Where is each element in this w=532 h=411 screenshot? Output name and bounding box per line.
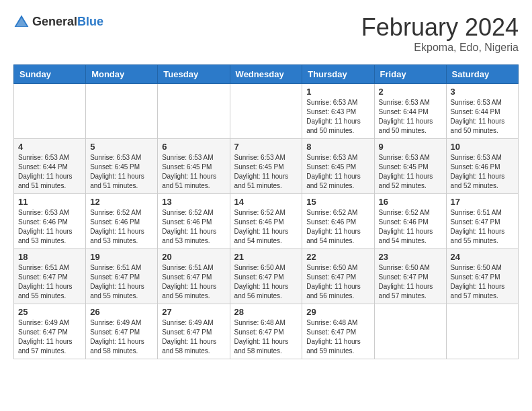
logo-text-blue: Blue <box>77 15 103 28</box>
day-number: 27 <box>162 307 225 317</box>
calendar-week-row: 11Sunrise: 6:53 AM Sunset: 6:46 PM Dayli… <box>14 194 519 249</box>
day-number: 18 <box>18 252 81 262</box>
calendar-table: Sunday Monday Tuesday Wednesday Thursday… <box>13 64 519 359</box>
day-number: 29 <box>306 307 369 317</box>
table-row: 6Sunrise: 6:53 AM Sunset: 6:45 PM Daylig… <box>158 139 230 194</box>
day-number: 13 <box>162 197 225 207</box>
table-row: 17Sunrise: 6:51 AM Sunset: 6:47 PM Dayli… <box>446 194 518 249</box>
day-info: Sunrise: 6:50 AM Sunset: 6:47 PM Dayligh… <box>451 263 514 301</box>
day-number: 9 <box>379 142 442 152</box>
day-number: 19 <box>90 252 153 262</box>
logo-text-general: General <box>32 15 77 28</box>
table-row: 27Sunrise: 6:49 AM Sunset: 6:47 PM Dayli… <box>158 304 230 359</box>
table-row: 26Sunrise: 6:49 AM Sunset: 6:47 PM Dayli… <box>86 304 158 359</box>
title-section: February 2024 Ekpoma, Edo, Nigeria <box>361 13 519 54</box>
day-number: 5 <box>90 142 153 152</box>
table-row <box>230 84 302 139</box>
day-info: Sunrise: 6:52 AM Sunset: 6:46 PM Dayligh… <box>234 208 298 246</box>
table-row: 20Sunrise: 6:51 AM Sunset: 6:47 PM Dayli… <box>158 249 230 304</box>
table-row: 28Sunrise: 6:48 AM Sunset: 6:47 PM Dayli… <box>230 304 302 359</box>
day-number: 8 <box>306 142 369 152</box>
day-number: 10 <box>451 142 514 152</box>
day-info: Sunrise: 6:51 AM Sunset: 6:47 PM Dayligh… <box>18 263 81 301</box>
logo-icon <box>13 13 30 30</box>
calendar-week-row: 25Sunrise: 6:49 AM Sunset: 6:47 PM Dayli… <box>14 304 519 359</box>
day-number: 26 <box>90 307 153 317</box>
col-thursday: Thursday <box>302 65 374 84</box>
day-info: Sunrise: 6:53 AM Sunset: 6:45 PM Dayligh… <box>306 153 369 191</box>
day-number: 22 <box>306 252 369 262</box>
table-row: 10Sunrise: 6:53 AM Sunset: 6:46 PM Dayli… <box>446 139 518 194</box>
day-number: 1 <box>306 87 369 97</box>
day-info: Sunrise: 6:50 AM Sunset: 6:47 PM Dayligh… <box>379 263 442 301</box>
col-sunday: Sunday <box>14 65 86 84</box>
table-row: 23Sunrise: 6:50 AM Sunset: 6:47 PM Dayli… <box>374 249 446 304</box>
table-row: 25Sunrise: 6:49 AM Sunset: 6:47 PM Dayli… <box>14 304 86 359</box>
col-friday: Friday <box>374 65 446 84</box>
day-info: Sunrise: 6:53 AM Sunset: 6:45 PM Dayligh… <box>379 153 442 191</box>
table-row: 24Sunrise: 6:50 AM Sunset: 6:47 PM Dayli… <box>446 249 518 304</box>
day-info: Sunrise: 6:53 AM Sunset: 6:44 PM Dayligh… <box>451 98 514 136</box>
table-row <box>158 84 230 139</box>
day-info: Sunrise: 6:49 AM Sunset: 6:47 PM Dayligh… <box>18 318 81 356</box>
table-row <box>14 84 86 139</box>
table-row: 21Sunrise: 6:50 AM Sunset: 6:47 PM Dayli… <box>230 249 302 304</box>
day-info: Sunrise: 6:53 AM Sunset: 6:46 PM Dayligh… <box>451 153 514 191</box>
table-row <box>446 304 518 359</box>
day-info: Sunrise: 6:52 AM Sunset: 6:46 PM Dayligh… <box>306 208 369 246</box>
day-info: Sunrise: 6:53 AM Sunset: 6:45 PM Dayligh… <box>234 153 298 191</box>
day-number: 14 <box>234 197 298 207</box>
table-row: 15Sunrise: 6:52 AM Sunset: 6:46 PM Dayli… <box>302 194 374 249</box>
day-number: 24 <box>451 252 514 262</box>
day-info: Sunrise: 6:53 AM Sunset: 6:43 PM Dayligh… <box>306 98 369 136</box>
page-header: GeneralBlue February 2024 Ekpoma, Edo, N… <box>13 13 519 54</box>
table-row: 18Sunrise: 6:51 AM Sunset: 6:47 PM Dayli… <box>14 249 86 304</box>
day-info: Sunrise: 6:50 AM Sunset: 6:47 PM Dayligh… <box>306 263 369 301</box>
day-info: Sunrise: 6:53 AM Sunset: 6:46 PM Dayligh… <box>18 208 81 246</box>
table-row: 29Sunrise: 6:48 AM Sunset: 6:47 PM Dayli… <box>302 304 374 359</box>
day-info: Sunrise: 6:53 AM Sunset: 6:44 PM Dayligh… <box>379 98 442 136</box>
table-row <box>374 304 446 359</box>
day-info: Sunrise: 6:49 AM Sunset: 6:47 PM Dayligh… <box>162 318 225 356</box>
table-row: 13Sunrise: 6:52 AM Sunset: 6:46 PM Dayli… <box>158 194 230 249</box>
day-number: 23 <box>379 252 442 262</box>
table-row: 9Sunrise: 6:53 AM Sunset: 6:45 PM Daylig… <box>374 139 446 194</box>
table-row: 7Sunrise: 6:53 AM Sunset: 6:45 PM Daylig… <box>230 139 302 194</box>
col-monday: Monday <box>86 65 158 84</box>
day-number: 16 <box>379 197 442 207</box>
col-wednesday: Wednesday <box>230 65 302 84</box>
day-info: Sunrise: 6:50 AM Sunset: 6:47 PM Dayligh… <box>234 263 298 301</box>
day-info: Sunrise: 6:48 AM Sunset: 6:47 PM Dayligh… <box>306 318 369 356</box>
day-number: 25 <box>18 307 81 317</box>
day-info: Sunrise: 6:52 AM Sunset: 6:46 PM Dayligh… <box>90 208 153 246</box>
day-info: Sunrise: 6:51 AM Sunset: 6:47 PM Dayligh… <box>162 263 225 301</box>
table-row: 19Sunrise: 6:51 AM Sunset: 6:47 PM Dayli… <box>86 249 158 304</box>
table-row: 2Sunrise: 6:53 AM Sunset: 6:44 PM Daylig… <box>374 84 446 139</box>
calendar-week-row: 4Sunrise: 6:53 AM Sunset: 6:44 PM Daylig… <box>14 139 519 194</box>
table-row: 3Sunrise: 6:53 AM Sunset: 6:44 PM Daylig… <box>446 84 518 139</box>
calendar-week-row: 18Sunrise: 6:51 AM Sunset: 6:47 PM Dayli… <box>14 249 519 304</box>
calendar-header-row: Sunday Monday Tuesday Wednesday Thursday… <box>14 65 519 84</box>
day-info: Sunrise: 6:52 AM Sunset: 6:46 PM Dayligh… <box>162 208 225 246</box>
table-row <box>86 84 158 139</box>
table-row: 11Sunrise: 6:53 AM Sunset: 6:46 PM Dayli… <box>14 194 86 249</box>
day-number: 28 <box>234 307 298 317</box>
day-number: 12 <box>90 197 153 207</box>
location-subtitle: Ekpoma, Edo, Nigeria <box>361 42 519 54</box>
day-info: Sunrise: 6:49 AM Sunset: 6:47 PM Dayligh… <box>90 318 153 356</box>
day-number: 2 <box>379 87 442 97</box>
day-number: 7 <box>234 142 298 152</box>
logo: GeneralBlue <box>13 13 103 30</box>
table-row: 22Sunrise: 6:50 AM Sunset: 6:47 PM Dayli… <box>302 249 374 304</box>
day-info: Sunrise: 6:53 AM Sunset: 6:45 PM Dayligh… <box>90 153 153 191</box>
day-info: Sunrise: 6:48 AM Sunset: 6:47 PM Dayligh… <box>234 318 298 356</box>
table-row: 12Sunrise: 6:52 AM Sunset: 6:46 PM Dayli… <box>86 194 158 249</box>
month-year-title: February 2024 <box>361 13 519 42</box>
day-info: Sunrise: 6:51 AM Sunset: 6:47 PM Dayligh… <box>451 208 514 246</box>
table-row: 16Sunrise: 6:52 AM Sunset: 6:46 PM Dayli… <box>374 194 446 249</box>
day-info: Sunrise: 6:53 AM Sunset: 6:45 PM Dayligh… <box>162 153 225 191</box>
col-saturday: Saturday <box>446 65 518 84</box>
table-row: 1Sunrise: 6:53 AM Sunset: 6:43 PM Daylig… <box>302 84 374 139</box>
day-info: Sunrise: 6:53 AM Sunset: 6:44 PM Dayligh… <box>18 153 81 191</box>
day-number: 20 <box>162 252 225 262</box>
